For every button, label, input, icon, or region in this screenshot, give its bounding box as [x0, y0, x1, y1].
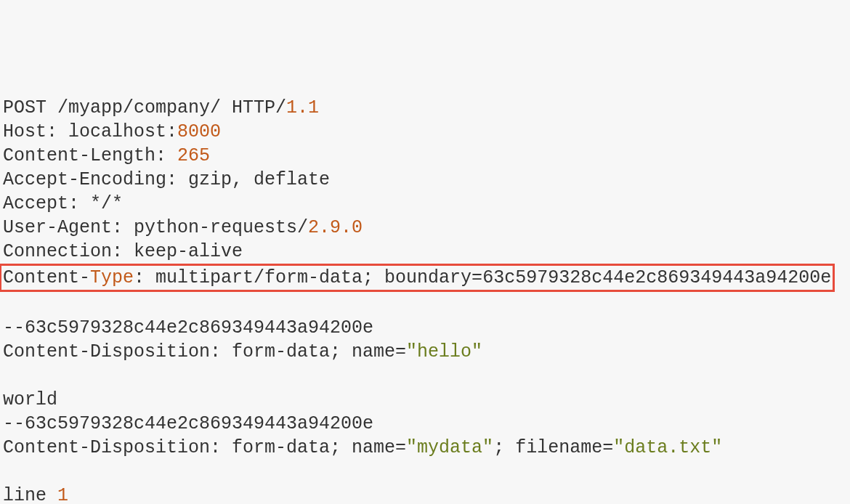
header-host: Host: localhost:8000: [3, 121, 221, 142]
host-label: Host:: [3, 121, 68, 142]
disposition-2-name: "mydata": [406, 437, 493, 458]
request-path: /myapp/company/: [57, 97, 221, 118]
host-prefix: localhost:: [68, 121, 177, 142]
disposition-2-mid: ; filename=: [493, 437, 613, 458]
request-line: POST /myapp/company/ HTTP/1.1: [3, 97, 319, 118]
header-accept-encoding: Accept-Encoding: gzip, deflate: [3, 169, 330, 190]
content-type-rest: : multipart/form-data; boundary=63c59793…: [134, 267, 831, 288]
disposition-1: Content-Disposition: form-data; name="he…: [3, 341, 482, 362]
field-value-1: world: [3, 389, 57, 410]
header-accept: Accept: */*: [3, 193, 123, 214]
line-label-1: line: [3, 485, 57, 504]
http-version: 1.1: [286, 97, 319, 118]
disposition-2-prefix: Content-Disposition: form-data; name=: [3, 437, 406, 458]
host-port: 8000: [177, 121, 221, 142]
content-type-word: Type: [90, 267, 134, 288]
disposition-2: Content-Disposition: form-data; name="my…: [3, 437, 722, 458]
http-label: HTTP/: [232, 97, 286, 118]
request-method: POST: [3, 97, 46, 118]
disposition-1-prefix: Content-Disposition: form-data; name=: [3, 341, 406, 362]
user-agent-prefix: User-Agent: python-requests/: [3, 217, 308, 238]
disposition-1-name: "hello": [406, 341, 482, 362]
user-agent-version: 2.9.0: [308, 217, 363, 238]
boundary-2: --63c5979328c44e2c869349443a94200e: [3, 413, 373, 434]
disposition-2-filename: "data.txt": [613, 437, 722, 458]
header-connection: Connection: keep-alive: [3, 241, 243, 262]
boundary-1: --63c5979328c44e2c869349443a94200e: [3, 317, 373, 338]
content-length-value: 265: [177, 145, 210, 166]
content-type-prefix: Content-: [3, 267, 90, 288]
file-line-1: line 1: [3, 485, 68, 504]
header-user-agent: User-Agent: python-requests/2.9.0: [3, 217, 363, 238]
header-content-type-highlight: Content-Type: multipart/form-data; bound…: [0, 264, 835, 292]
content-length-label: Content-Length:: [3, 145, 177, 166]
header-content-length: Content-Length: 265: [3, 145, 210, 166]
line-number-1: 1: [57, 485, 68, 504]
